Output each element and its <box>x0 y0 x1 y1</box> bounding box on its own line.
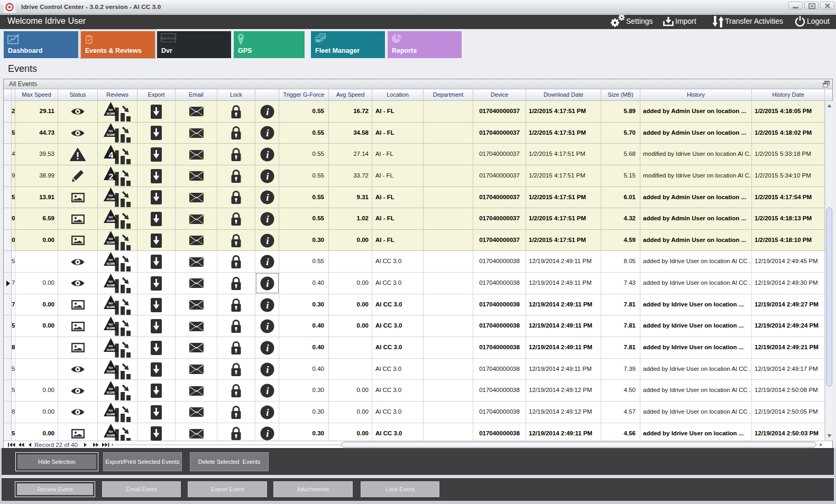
svg-text:SCORE: SCORE <box>107 327 115 330</box>
svg-text:i: i <box>266 321 269 332</box>
svg-text:i: i <box>266 214 269 225</box>
svg-text:i: i <box>266 300 269 311</box>
svg-text:SCORE: SCORE <box>107 413 115 416</box>
svg-text:i: i <box>266 128 269 139</box>
svg-text:i: i <box>266 236 269 247</box>
svg-text:SCORE: SCORE <box>107 134 115 137</box>
svg-text:i: i <box>266 365 269 376</box>
svg-text:NO: NO <box>108 431 113 434</box>
svg-text:i: i <box>266 407 269 418</box>
svg-text:NO: NO <box>108 108 113 111</box>
svg-text:SCORE: SCORE <box>107 348 115 351</box>
svg-text:i: i <box>266 150 269 161</box>
svg-text:NO: NO <box>108 409 113 412</box>
svg-text:NO: NO <box>108 388 113 391</box>
svg-text:SCORE: SCORE <box>107 434 115 437</box>
svg-text:NO: NO <box>108 280 113 283</box>
svg-text:NO: NO <box>108 323 113 326</box>
svg-text:NO: NO <box>108 344 113 348</box>
svg-text:SCORE: SCORE <box>107 112 115 115</box>
svg-text:i: i <box>266 343 269 354</box>
svg-text:2: 2 <box>109 172 114 181</box>
svg-text:i: i <box>266 257 269 268</box>
svg-text:4: 4 <box>109 151 114 160</box>
svg-text:SCORE: SCORE <box>107 370 115 373</box>
svg-text:SCORE: SCORE <box>107 263 115 266</box>
svg-text:NO: NO <box>108 366 113 369</box>
svg-text:NO: NO <box>108 259 113 262</box>
svg-text:SCORE: SCORE <box>107 198 115 201</box>
svg-text:NO: NO <box>108 302 113 305</box>
svg-text:NO: NO <box>108 237 113 240</box>
svg-text:i: i <box>266 107 269 118</box>
svg-text:MERGE: MERGE <box>161 36 176 40</box>
svg-text:i: i <box>266 171 269 182</box>
svg-text:i: i <box>266 278 269 290</box>
svg-text:NO: NO <box>108 130 113 133</box>
svg-text:SCORE: SCORE <box>107 241 115 244</box>
svg-text:SCORE: SCORE <box>107 220 115 223</box>
svg-text:SCORE: SCORE <box>107 305 115 309</box>
svg-text:i: i <box>266 192 269 203</box>
svg-text:NO: NO <box>108 216 113 219</box>
svg-text:SCORE: SCORE <box>107 284 115 287</box>
svg-text:i: i <box>266 428 269 440</box>
svg-text:i: i <box>266 386 269 397</box>
svg-text:SCORE: SCORE <box>107 391 115 395</box>
svg-text:Record 22 of 40: Record 22 of 40 <box>34 442 78 448</box>
svg-text:NO: NO <box>108 194 113 198</box>
